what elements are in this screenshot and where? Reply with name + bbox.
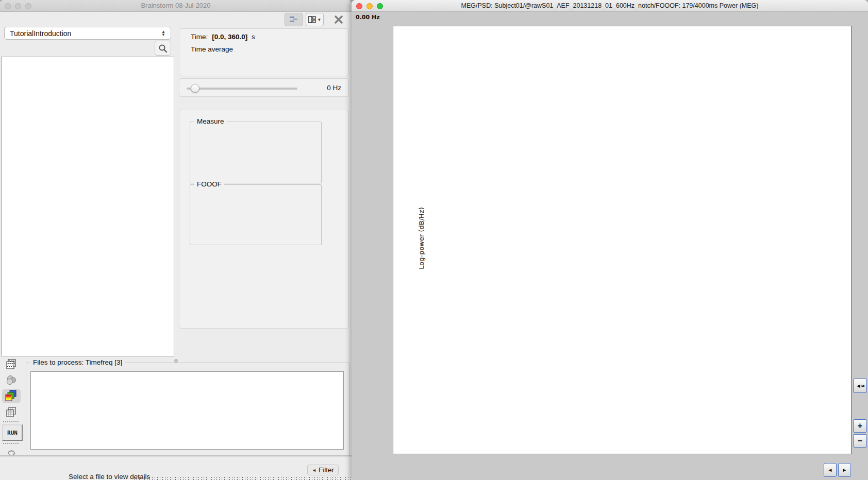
filter-button[interactable]: ◄ Filter <box>307 465 339 475</box>
rail-separator <box>3 421 19 422</box>
layers-list-icon <box>289 16 298 23</box>
dock-figure-button[interactable]: ◄≈ <box>853 379 867 393</box>
display-options-panel: Measure FOOOF <box>179 110 349 329</box>
search-button[interactable] <box>155 41 171 56</box>
measure-group: Measure <box>190 122 322 183</box>
time-range: Time:[0.0, 360.0] s <box>191 33 255 41</box>
colormap-stack-icon <box>5 390 18 402</box>
collapse-left-icon: ◄ <box>312 468 316 473</box>
dock-figure-icon: ◄≈ <box>856 383 864 389</box>
protocol-value: TutorialIntroduction <box>10 29 71 38</box>
recordings-rail-button[interactable] <box>2 357 21 371</box>
figure-title: MEG/PSD: Subject01/@rawS01_AEF_20131218_… <box>352 0 868 11</box>
plus-icon: + <box>858 421 862 431</box>
time-average-label: Time average <box>191 45 233 53</box>
figure-titlebar: MEG/PSD: Subject01/@rawS01_AEF_20131218_… <box>352 0 868 12</box>
measure-legend: Measure <box>194 117 227 125</box>
files-list <box>30 371 344 450</box>
fooof-legend: FOOOF <box>194 180 224 188</box>
brainstorm-main-window: Brainstorm 08-Jul-2020 ▼ <box>0 0 352 480</box>
protocol-select[interactable]: TutorialIntroduction ▲▼ <box>4 27 171 40</box>
filter-label: Filter <box>319 466 334 474</box>
frequency-slider-track[interactable] <box>187 88 297 90</box>
pipeline-hatch-strip <box>133 476 352 480</box>
zoom-in-button[interactable]: + <box>853 419 867 433</box>
minus-icon: − <box>858 436 862 445</box>
pan-right-button[interactable]: ► <box>838 463 851 477</box>
pan-left-button[interactable]: ◄ <box>824 463 837 477</box>
run-button[interactable]: RUN <box>2 424 23 441</box>
layers-list-button[interactable] <box>285 13 303 26</box>
anatomy-rail-button[interactable] <box>2 373 21 387</box>
surfaces-icon <box>6 375 17 385</box>
rail-separator <box>3 443 19 444</box>
matrix-rail-button[interactable] <box>2 405 21 419</box>
frequency-slider-panel: 0 Hz <box>179 78 349 97</box>
chevron-down-icon: ▼ <box>318 18 322 22</box>
search-icon <box>158 44 168 53</box>
zoom-out-button[interactable]: − <box>853 434 867 448</box>
window-toolbar: ▼ <box>285 13 345 26</box>
colormap-rail-button[interactable] <box>2 389 21 403</box>
close-icon <box>334 15 343 24</box>
fooof-group: FOOOF <box>190 184 322 245</box>
select-stepper-icon: ▲▼ <box>161 30 165 37</box>
time-panel: Time:[0.0, 360.0] s Time average <box>179 28 349 76</box>
layout-icon <box>308 16 316 23</box>
splitter-handle[interactable] <box>174 359 178 363</box>
files-panel-legend: Files to process: Timefreq [3] <box>30 358 125 366</box>
frequency-slider-knob[interactable] <box>191 84 199 93</box>
files-to-process-panel: Files to process: Timefreq [3] <box>26 363 349 456</box>
database-tree <box>1 57 174 356</box>
recordings-stack-icon <box>6 358 17 370</box>
psd-plot: Log-power (dB/Hz) Frequency (Hz) <box>393 26 852 454</box>
psd-plot-canvas[interactable] <box>393 26 852 454</box>
desktop: Brainstorm 08-Jul-2020 ▼ <box>0 0 868 480</box>
y-axis-title: Log-power (dB/Hz) <box>418 187 425 290</box>
matrix-grid-icon <box>6 406 17 418</box>
frequency-value-label: 0 Hz <box>327 84 341 92</box>
frequency-cursor-label: 0.00 Hz <box>356 14 380 21</box>
left-titlebar: Brainstorm 08-Jul-2020 <box>0 0 352 12</box>
psd-figure-window: MEG/PSD: Subject01/@rawS01_AEF_20131218_… <box>352 0 868 480</box>
layout-button[interactable]: ▼ <box>306 13 324 26</box>
arrow-right-icon: ► <box>842 467 847 473</box>
window-title: Brainstorm 08-Jul-2020 <box>0 0 352 11</box>
status-text: Select a file to view details <box>69 473 150 480</box>
close-panel-button[interactable] <box>332 13 345 26</box>
arrow-left-icon: ◄ <box>828 467 833 473</box>
